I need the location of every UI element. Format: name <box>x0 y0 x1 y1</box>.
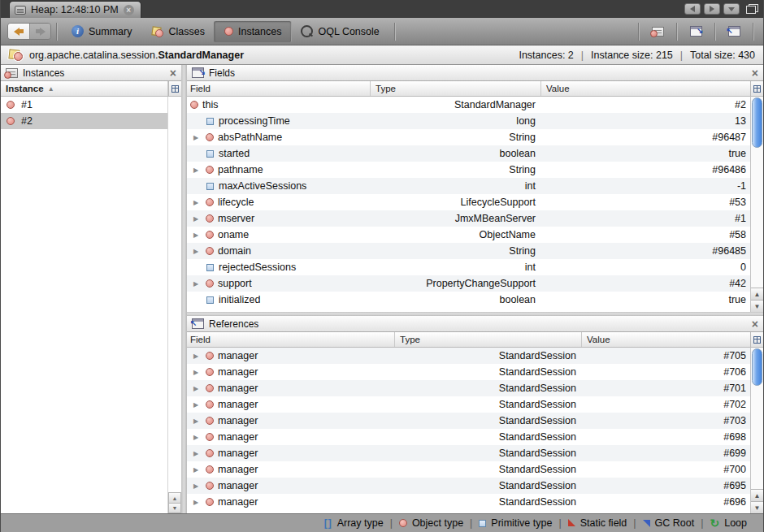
scrollbar-thumb[interactable] <box>752 97 762 148</box>
primitive-type-icon <box>206 296 214 304</box>
field-value: true <box>541 292 750 308</box>
vertical-splitter[interactable] <box>181 65 187 513</box>
expand-icon[interactable]: ▶ <box>190 167 202 174</box>
expand-icon[interactable]: ▶ <box>190 385 202 392</box>
show-references-view-button[interactable] <box>720 21 748 42</box>
table-row[interactable]: ▶ manager StandardSession #703 <box>187 413 750 429</box>
classes-button[interactable]: Classes <box>141 21 214 42</box>
table-row[interactable]: ▶ rejectedSessions int 0 <box>187 259 750 275</box>
expand-icon[interactable]: ▶ <box>190 248 202 255</box>
column-chooser-button[interactable] <box>168 81 181 96</box>
table-row[interactable]: ▶ domain String #96485 <box>187 243 750 259</box>
field-value: #58 <box>541 227 750 243</box>
table-row[interactable]: ▶ this StandardManager #2 <box>187 97 750 113</box>
stat-divider: | <box>581 50 584 61</box>
table-row[interactable]: ▶ manager StandardSession #696 <box>187 494 750 510</box>
expand-icon[interactable]: ▶ <box>190 499 202 506</box>
toolbar-divider <box>56 23 57 41</box>
table-row[interactable]: ▶ initialized boolean true <box>187 292 750 308</box>
field-name: manager <box>218 383 258 394</box>
breadcrumb: org.apache.catalina.session.StandardMana… <box>1 45 763 65</box>
instance-list-item[interactable]: #2 <box>1 113 167 129</box>
expand-icon[interactable]: ▶ <box>190 231 202 239</box>
reference-value: #705 <box>582 348 750 364</box>
scrollbar-track[interactable] <box>751 387 763 489</box>
field-name: initialized <box>219 294 260 305</box>
field-value: #2 <box>541 97 750 113</box>
legend-item: Object type <box>399 517 463 529</box>
expand-icon[interactable]: ▶ <box>190 369 202 376</box>
show-fields-view-button[interactable] <box>682 21 710 42</box>
close-icon[interactable]: × <box>170 67 176 79</box>
table-row[interactable]: ▶ manager StandardSession #701 <box>187 380 750 396</box>
table-row[interactable]: ▶ manager StandardSession #706 <box>187 364 750 380</box>
table-row[interactable]: ▶ manager StandardSession #699 <box>187 445 750 461</box>
instance-list-item[interactable]: #1 <box>1 97 167 113</box>
instance-column-header[interactable]: Instance ▲ <box>1 81 168 96</box>
show-instances-view-button[interactable] <box>644 21 671 42</box>
scroll-down-icon[interactable]: ▼ <box>751 300 763 312</box>
scrollbar-thumb[interactable] <box>752 348 762 386</box>
tab-heap[interactable]: Heap: 12:48:10 PM × <box>9 1 141 18</box>
table-row[interactable]: ▶ support PropertyChangeSupport #42 <box>187 275 750 292</box>
close-icon[interactable]: × <box>752 67 758 79</box>
value-column-header[interactable]: Value <box>541 81 750 96</box>
expand-icon[interactable]: ▶ <box>190 482 202 490</box>
instances-button[interactable]: Instances <box>215 21 292 42</box>
scrollbar-track[interactable] <box>751 149 763 288</box>
scroll-tabs-left-button[interactable] <box>684 3 701 15</box>
breadcrumb-class: StandardManager <box>158 50 244 61</box>
tab-close-icon[interactable]: × <box>124 5 134 15</box>
field-name: absPathName <box>218 132 282 143</box>
column-chooser-button[interactable] <box>750 81 763 96</box>
expand-icon[interactable]: ▶ <box>190 134 202 141</box>
field-column-header[interactable]: Field <box>187 81 371 96</box>
scroll-down-icon[interactable]: ▼ <box>168 503 181 513</box>
table-row[interactable]: ▶ manager StandardSession #702 <box>187 396 750 413</box>
fields-scrollbar[interactable]: ▲ ▼ <box>750 97 763 312</box>
expand-icon[interactable]: ▶ <box>190 417 202 425</box>
table-row[interactable]: ▶ absPathName String #96487 <box>187 129 750 145</box>
table-row[interactable]: ▶ oname ObjectName #58 <box>187 227 750 243</box>
expand-icon[interactable]: ▶ <box>190 280 202 288</box>
maximize-window-icon[interactable] <box>746 4 758 14</box>
expand-icon[interactable]: ▶ <box>190 450 202 457</box>
forward-button[interactable] <box>29 24 50 39</box>
expand-icon[interactable]: ▶ <box>190 353 202 360</box>
references-scrollbar[interactable]: ▲ ▼ <box>750 348 763 513</box>
scroll-up-icon[interactable]: ▲ <box>751 288 763 300</box>
legend-divider: | <box>633 517 636 529</box>
scroll-up-icon[interactable]: ▲ <box>168 492 181 503</box>
type-column-header[interactable]: Type <box>395 332 582 347</box>
close-icon[interactable]: × <box>752 318 758 330</box>
table-row[interactable]: ▶ manager StandardSession #705 <box>187 348 750 364</box>
expand-icon[interactable]: ▶ <box>190 466 202 474</box>
back-button[interactable] <box>8 24 29 39</box>
value-column-header[interactable]: Value <box>582 332 750 347</box>
type-column-header[interactable]: Type <box>371 81 541 96</box>
summary-button[interactable]: i Summary <box>62 21 141 42</box>
table-row[interactable]: ▶ pathname String #96486 <box>187 162 750 178</box>
table-row[interactable]: ▶ manager StandardSession #698 <box>187 429 750 445</box>
expand-icon[interactable]: ▶ <box>190 199 202 206</box>
table-row[interactable]: ▶ lifecycle LifecycleSupport #53 <box>187 194 750 210</box>
tab-list-dropdown-button[interactable] <box>723 3 740 15</box>
field-column-header[interactable]: Field <box>187 332 395 347</box>
expand-icon[interactable]: ▶ <box>190 215 202 223</box>
table-row[interactable]: ▶ started boolean true <box>187 145 750 162</box>
scroll-tabs-right-button[interactable] <box>704 3 720 15</box>
table-row[interactable]: ▶ processingTime long 13 <box>187 113 750 129</box>
expand-icon[interactable]: ▶ <box>190 401 202 409</box>
instances-scrollbar[interactable]: ▲ ▼ <box>167 97 181 513</box>
toolbar-divider <box>638 23 639 41</box>
scroll-down-icon[interactable]: ▼ <box>751 501 763 513</box>
scroll-up-icon[interactable]: ▲ <box>751 489 763 501</box>
column-chooser-button[interactable] <box>750 332 763 347</box>
expand-icon[interactable]: ▶ <box>190 434 202 441</box>
table-row[interactable]: ▶ mserver JmxMBeanServer #1 <box>187 210 750 227</box>
table-row[interactable]: ▶ manager StandardSession #700 <box>187 461 750 478</box>
table-row[interactable]: ▶ maxActiveSessions int -1 <box>187 178 750 194</box>
table-row[interactable]: ▶ manager StandardSession #695 <box>187 478 750 494</box>
oql-console-button[interactable]: OQL Console <box>291 21 389 42</box>
back-arrow-icon <box>14 28 24 36</box>
